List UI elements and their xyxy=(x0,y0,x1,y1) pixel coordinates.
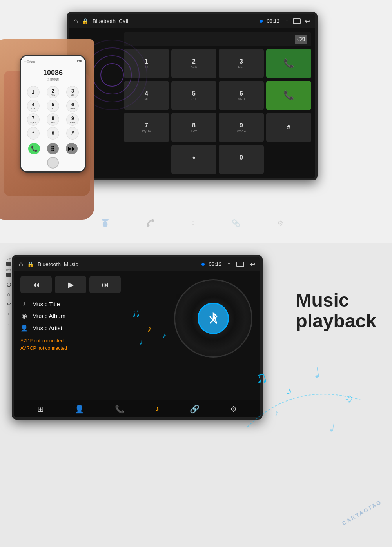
next-button[interactable]: ⏭ xyxy=(89,276,121,293)
phone-key-2[interactable]: 2ABC xyxy=(47,86,59,98)
phone-key-hash[interactable]: # xyxy=(66,127,79,140)
phone-icon-bottom[interactable]: 📞 xyxy=(115,404,125,414)
bluetooth-symbol-icon xyxy=(206,311,220,325)
ref-icon-2: 📞 xyxy=(146,208,155,227)
phone-bottom-bar: 📞 ⠿ ▶▶ xyxy=(21,143,85,154)
unit-top-time: 08:12 xyxy=(267,18,279,24)
dial-key-6[interactable]: 6MNO xyxy=(219,81,264,111)
phone-key-3[interactable]: 3DEF xyxy=(66,86,79,98)
dial-empty-2 xyxy=(266,145,311,174)
dial-key-hash[interactable]: # xyxy=(266,113,311,142)
dial-empty-1 xyxy=(124,145,169,174)
unit-bottom-header: ⌂ 🔒 Bluetooth_Music 08:12 ⌃ ↩ xyxy=(14,257,260,271)
bottom-section: MIC RST ⏻ ⌂ ↩ + - ⌂ 🔒 Bluetooth_Music 08… xyxy=(0,243,392,547)
music-info: ♪ Music Title ◉ Music Album 👤 Music Arti… xyxy=(20,300,125,332)
ref-icon-4: 🔗 xyxy=(232,208,240,227)
power-icon-2[interactable]: ⏻ xyxy=(6,282,11,287)
music-right-panel: ♫ ♪ ♩ 𝄞 ♪ xyxy=(154,275,256,377)
mic-button-2[interactable] xyxy=(6,262,11,266)
ref-icon-5: ⚙ xyxy=(277,208,283,227)
music-note-deco-2: ♪ xyxy=(162,330,167,341)
phone-key-1[interactable]: 1 xyxy=(27,86,40,98)
dial-key-0[interactable]: 0+ xyxy=(219,145,264,174)
phone-key-0[interactable]: 0 xyxy=(47,127,59,140)
phone-key-star[interactable]: * xyxy=(27,127,40,140)
unit-bottom-icons: ⊞ 👤 📞 ♪ 🔗 ⚙ xyxy=(14,400,260,417)
music-album-text: Music Album xyxy=(32,313,65,319)
chevron-up-icon-2[interactable]: ⌃ xyxy=(227,262,231,267)
dial-key-9[interactable]: 9WXYZ xyxy=(219,113,264,142)
phone-key-4[interactable]: 4GHI xyxy=(27,100,40,112)
call-button[interactable]: 📞 xyxy=(266,49,311,78)
grid-icon-bottom[interactable]: ⊞ xyxy=(37,404,44,414)
vol-dn-icon-2[interactable]: - xyxy=(8,321,9,327)
endcall-button[interactable]: 📞 xyxy=(266,81,311,111)
dialpad-display: ⌫ xyxy=(124,32,311,46)
music-status: A2DP not connected AVRCP not connected xyxy=(20,337,125,352)
phone-key-9[interactable]: 9WXYZ xyxy=(66,113,79,126)
contacts-icon-bottom[interactable]: 👤 xyxy=(74,404,84,414)
phone-home-button[interactable] xyxy=(47,157,59,169)
back-arrow-icon[interactable]: ↩ xyxy=(305,17,310,25)
chevron-up-icon[interactable]: ⌃ xyxy=(285,18,289,24)
music-note-deco-orange: ♪ xyxy=(145,322,152,335)
settings-icon-bottom[interactable]: ⚙ xyxy=(230,404,237,414)
lock-header-icon-2: 🔒 xyxy=(27,261,34,267)
music-title-text: Music Title xyxy=(32,301,60,307)
link-icon-bottom[interactable]: 🔗 xyxy=(190,404,200,414)
prev-button[interactable]: ⏮ xyxy=(20,276,52,293)
music-artist-row: 👤 Music Artist xyxy=(20,324,125,332)
back-icon-2[interactable]: ↩ xyxy=(7,301,11,307)
vinyl-disc xyxy=(174,279,252,358)
music-album-row: ◉ Music Album xyxy=(20,312,125,320)
dialpad-keys: 1○○ 2ABC 3DEF 📞 4GHI 5JKL 6MNO 📞 7PQRS 8… xyxy=(124,49,311,174)
phone-call-button[interactable]: 📞 xyxy=(28,143,40,154)
car-unit-bottom: ⌂ 🔒 Bluetooth_Music 08:12 ⌃ ↩ ⏮ ▶ ⏭ xyxy=(12,255,263,420)
dial-key-1[interactable]: 1○○ xyxy=(124,49,169,78)
dial-key-4[interactable]: 4GHI xyxy=(124,81,169,111)
album-icon: ◉ xyxy=(20,312,28,320)
dialpad-grid: ⌫ 1○○ 2ABC 3DEF 📞 4GHI 5JKL 6MNO 📞 7PQRS… xyxy=(69,28,315,178)
float-note-3: ♩ xyxy=(312,364,321,382)
phone-key-5[interactable]: 5JKL xyxy=(47,100,59,112)
phone-status-bar: 中国移动LTE xyxy=(21,59,85,65)
phone-grid-button[interactable]: ⠿ xyxy=(47,143,59,154)
phone-device: 中国移动LTE 10086 话费查询 1 2ABC 3DEF 4GHI 5JKL… xyxy=(20,55,86,173)
float-note-4: ♫ xyxy=(343,391,356,406)
phone-key-6[interactable]: 6MNO xyxy=(66,100,79,112)
dialpad-area: ⌫ 1○○ 2ABC 3DEF 📞 4GHI 5JKL 6MNO 📞 7PQRS… xyxy=(69,28,315,178)
play-button[interactable]: ▶ xyxy=(55,276,86,293)
phone-key-7[interactable]: 7PQRS xyxy=(27,113,40,126)
dial-key-2[interactable]: 2ABC xyxy=(171,49,216,78)
float-note-5: ♪ xyxy=(274,408,279,418)
unit-top-bottom-icons: 👤 ♪ 🔗 ⚙ xyxy=(69,178,315,180)
top-section: MIC RST ⏻ ⌂ ↩ 🔊 🔉 中国移动LTE 10086 话费查询 xyxy=(0,0,392,243)
phone-more-button[interactable]: ▶▶ xyxy=(66,143,78,154)
delete-button[interactable]: ⌫ xyxy=(295,35,307,44)
music-icon-bottom[interactable]: ♪ xyxy=(155,404,159,413)
phone-dialpad: 1 2ABC 3DEF 4GHI 5JKL 6MNO 7PQRS 8TUV 9W… xyxy=(21,86,85,140)
rst-button-2[interactable] xyxy=(6,273,11,277)
back-arrow-icon-2[interactable]: ↩ xyxy=(250,260,256,269)
float-note-2: ♪ xyxy=(285,384,294,398)
dial-key-3[interactable]: 3DEF xyxy=(219,49,264,78)
unit-bottom-title: Bluetooth_Music xyxy=(38,261,198,267)
dial-key-7[interactable]: 7PQRS xyxy=(124,113,169,142)
home-header-icon-2[interactable]: ⌂ xyxy=(19,260,23,268)
vol-up-icon-2[interactable]: + xyxy=(7,311,10,317)
artist-icon: 👤 xyxy=(20,324,28,332)
mic-label-2: MIC xyxy=(7,258,11,260)
dial-key-8[interactable]: 8TUV xyxy=(171,113,216,142)
music-title-row: ♪ Music Title xyxy=(20,300,125,307)
ref-icon-3: ↕ xyxy=(191,208,195,227)
phone-number: 10086 xyxy=(43,69,63,77)
float-note-6: ♩ xyxy=(328,419,336,435)
home-icon-2[interactable]: ⌂ xyxy=(7,291,10,297)
music-left-panel: ⏮ ▶ ⏭ ♪ Music Title ◉ Music Album 👤 xyxy=(14,271,132,400)
dial-key-5[interactable]: 5JKL xyxy=(171,81,216,111)
dial-key-star[interactable]: * xyxy=(171,145,216,174)
window-icon-2[interactable] xyxy=(236,262,244,267)
phone-key-8[interactable]: 8TUV xyxy=(47,113,59,126)
bluetooth-status-dot-2 xyxy=(201,263,205,266)
window-icon[interactable] xyxy=(293,18,301,24)
